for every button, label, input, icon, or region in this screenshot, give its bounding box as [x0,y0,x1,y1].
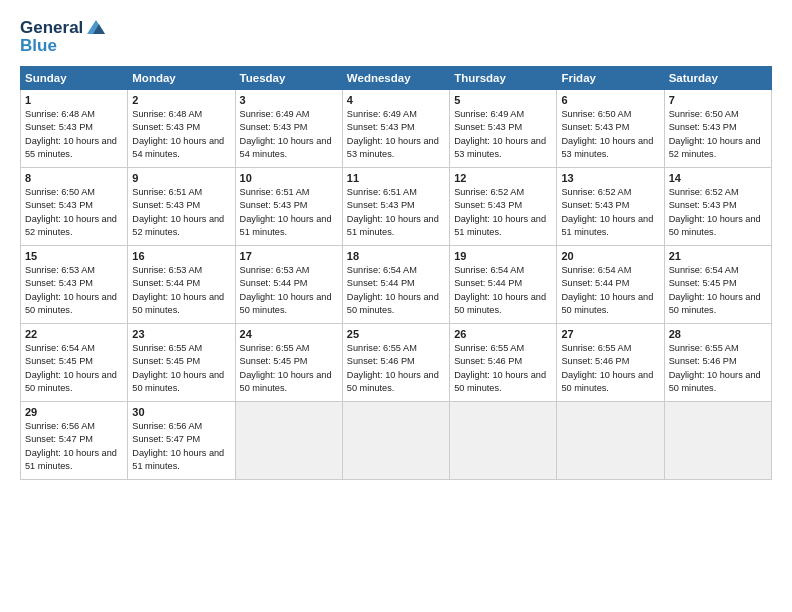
day-number: 8 [25,172,123,184]
calendar-cell: 14Sunrise: 6:52 AMSunset: 5:43 PMDayligh… [664,168,771,246]
calendar-cell: 4Sunrise: 6:49 AMSunset: 5:43 PMDaylight… [342,90,449,168]
day-info: Sunrise: 6:54 AMSunset: 5:44 PMDaylight:… [561,264,659,317]
day-info: Sunrise: 6:53 AMSunset: 5:44 PMDaylight:… [240,264,338,317]
calendar-week-row: 15Sunrise: 6:53 AMSunset: 5:43 PMDayligh… [21,246,772,324]
day-number: 26 [454,328,552,340]
col-header-monday: Monday [128,67,235,90]
calendar-cell: 28Sunrise: 6:55 AMSunset: 5:46 PMDayligh… [664,324,771,402]
calendar-cell [342,402,449,480]
day-info: Sunrise: 6:54 AMSunset: 5:45 PMDaylight:… [669,264,767,317]
day-info: Sunrise: 6:55 AMSunset: 5:45 PMDaylight:… [132,342,230,395]
calendar-week-row: 8Sunrise: 6:50 AMSunset: 5:43 PMDaylight… [21,168,772,246]
day-info: Sunrise: 6:53 AMSunset: 5:43 PMDaylight:… [25,264,123,317]
calendar-cell: 21Sunrise: 6:54 AMSunset: 5:45 PMDayligh… [664,246,771,324]
day-info: Sunrise: 6:50 AMSunset: 5:43 PMDaylight:… [669,108,767,161]
calendar-week-row: 22Sunrise: 6:54 AMSunset: 5:45 PMDayligh… [21,324,772,402]
day-info: Sunrise: 6:54 AMSunset: 5:44 PMDaylight:… [347,264,445,317]
logo: General Blue [20,18,107,56]
day-number: 23 [132,328,230,340]
calendar-cell: 2Sunrise: 6:48 AMSunset: 5:43 PMDaylight… [128,90,235,168]
calendar-cell: 6Sunrise: 6:50 AMSunset: 5:43 PMDaylight… [557,90,664,168]
day-number: 28 [669,328,767,340]
col-header-thursday: Thursday [450,67,557,90]
col-header-tuesday: Tuesday [235,67,342,90]
col-header-saturday: Saturday [664,67,771,90]
day-info: Sunrise: 6:55 AMSunset: 5:45 PMDaylight:… [240,342,338,395]
day-info: Sunrise: 6:56 AMSunset: 5:47 PMDaylight:… [132,420,230,473]
day-info: Sunrise: 6:51 AMSunset: 5:43 PMDaylight:… [347,186,445,239]
calendar-cell [557,402,664,480]
day-number: 22 [25,328,123,340]
calendar-cell: 1Sunrise: 6:48 AMSunset: 5:43 PMDaylight… [21,90,128,168]
calendar-cell: 15Sunrise: 6:53 AMSunset: 5:43 PMDayligh… [21,246,128,324]
day-info: Sunrise: 6:50 AMSunset: 5:43 PMDaylight:… [561,108,659,161]
calendar-cell: 30Sunrise: 6:56 AMSunset: 5:47 PMDayligh… [128,402,235,480]
col-header-friday: Friday [557,67,664,90]
day-info: Sunrise: 6:48 AMSunset: 5:43 PMDaylight:… [132,108,230,161]
calendar-cell [664,402,771,480]
calendar-cell: 23Sunrise: 6:55 AMSunset: 5:45 PMDayligh… [128,324,235,402]
calendar-cell: 7Sunrise: 6:50 AMSunset: 5:43 PMDaylight… [664,90,771,168]
calendar-cell: 17Sunrise: 6:53 AMSunset: 5:44 PMDayligh… [235,246,342,324]
calendar-cell: 8Sunrise: 6:50 AMSunset: 5:43 PMDaylight… [21,168,128,246]
calendar-cell: 22Sunrise: 6:54 AMSunset: 5:45 PMDayligh… [21,324,128,402]
day-info: Sunrise: 6:49 AMSunset: 5:43 PMDaylight:… [454,108,552,161]
day-number: 10 [240,172,338,184]
calendar-header-row: SundayMondayTuesdayWednesdayThursdayFrid… [21,67,772,90]
logo-general: General [20,18,83,38]
logo-icon [85,16,107,38]
day-number: 14 [669,172,767,184]
calendar-cell [235,402,342,480]
calendar-cell: 19Sunrise: 6:54 AMSunset: 5:44 PMDayligh… [450,246,557,324]
day-number: 20 [561,250,659,262]
logo-blue: Blue [20,36,107,56]
calendar-cell [450,402,557,480]
day-number: 12 [454,172,552,184]
day-info: Sunrise: 6:55 AMSunset: 5:46 PMDaylight:… [347,342,445,395]
calendar-week-row: 29Sunrise: 6:56 AMSunset: 5:47 PMDayligh… [21,402,772,480]
calendar-page: General Blue SundayMondayTuesdayWednesda… [0,0,792,612]
day-number: 29 [25,406,123,418]
calendar-cell: 16Sunrise: 6:53 AMSunset: 5:44 PMDayligh… [128,246,235,324]
day-number: 6 [561,94,659,106]
day-number: 18 [347,250,445,262]
day-number: 25 [347,328,445,340]
calendar-cell: 12Sunrise: 6:52 AMSunset: 5:43 PMDayligh… [450,168,557,246]
day-info: Sunrise: 6:55 AMSunset: 5:46 PMDaylight:… [561,342,659,395]
day-number: 30 [132,406,230,418]
day-number: 11 [347,172,445,184]
day-number: 2 [132,94,230,106]
calendar-cell: 29Sunrise: 6:56 AMSunset: 5:47 PMDayligh… [21,402,128,480]
calendar-cell: 9Sunrise: 6:51 AMSunset: 5:43 PMDaylight… [128,168,235,246]
calendar-table: SundayMondayTuesdayWednesdayThursdayFrid… [20,66,772,480]
day-number: 21 [669,250,767,262]
day-info: Sunrise: 6:51 AMSunset: 5:43 PMDaylight:… [240,186,338,239]
calendar-cell: 20Sunrise: 6:54 AMSunset: 5:44 PMDayligh… [557,246,664,324]
col-header-sunday: Sunday [21,67,128,90]
day-number: 9 [132,172,230,184]
day-number: 5 [454,94,552,106]
day-info: Sunrise: 6:50 AMSunset: 5:43 PMDaylight:… [25,186,123,239]
day-info: Sunrise: 6:52 AMSunset: 5:43 PMDaylight:… [669,186,767,239]
calendar-cell: 24Sunrise: 6:55 AMSunset: 5:45 PMDayligh… [235,324,342,402]
day-number: 16 [132,250,230,262]
calendar-cell: 26Sunrise: 6:55 AMSunset: 5:46 PMDayligh… [450,324,557,402]
calendar-cell: 13Sunrise: 6:52 AMSunset: 5:43 PMDayligh… [557,168,664,246]
calendar-cell: 3Sunrise: 6:49 AMSunset: 5:43 PMDaylight… [235,90,342,168]
day-number: 17 [240,250,338,262]
day-number: 4 [347,94,445,106]
day-info: Sunrise: 6:49 AMSunset: 5:43 PMDaylight:… [347,108,445,161]
day-info: Sunrise: 6:52 AMSunset: 5:43 PMDaylight:… [561,186,659,239]
day-info: Sunrise: 6:56 AMSunset: 5:47 PMDaylight:… [25,420,123,473]
calendar-cell: 5Sunrise: 6:49 AMSunset: 5:43 PMDaylight… [450,90,557,168]
day-info: Sunrise: 6:54 AMSunset: 5:44 PMDaylight:… [454,264,552,317]
day-info: Sunrise: 6:52 AMSunset: 5:43 PMDaylight:… [454,186,552,239]
day-number: 1 [25,94,123,106]
day-info: Sunrise: 6:53 AMSunset: 5:44 PMDaylight:… [132,264,230,317]
day-number: 27 [561,328,659,340]
day-info: Sunrise: 6:54 AMSunset: 5:45 PMDaylight:… [25,342,123,395]
day-number: 15 [25,250,123,262]
header: General Blue [20,18,772,56]
col-header-wednesday: Wednesday [342,67,449,90]
calendar-cell: 11Sunrise: 6:51 AMSunset: 5:43 PMDayligh… [342,168,449,246]
